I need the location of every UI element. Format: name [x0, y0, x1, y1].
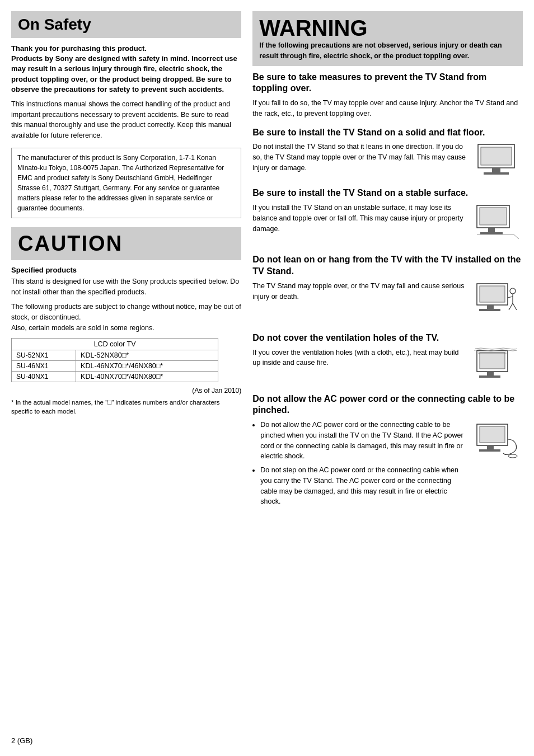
footnote: * In the actual model names, the "□" ind…: [11, 398, 241, 416]
section-ventilation: Do not cover the ventilation holes of th…: [252, 332, 523, 386]
svg-line-17: [509, 303, 513, 310]
intro-bold-text: Thank you for purchasing this product. P…: [11, 44, 241, 95]
section-topple-title: Be sure to take measures to prevent the …: [252, 72, 523, 95]
section-solid-floor: Be sure to install the TV Stand on a sol…: [252, 127, 523, 180]
svg-rect-24: [487, 372, 494, 375]
tv-power-cord-svg: [472, 420, 520, 462]
svg-point-14: [510, 288, 516, 294]
warning-header: WARNING If the following precautions are…: [252, 11, 523, 66]
tv-stand-stable-image: [472, 203, 523, 246]
svg-rect-5: [480, 208, 507, 225]
svg-line-18: [513, 303, 517, 310]
svg-rect-28: [487, 445, 494, 449]
tv-stand-stable-svg: [472, 203, 520, 245]
svg-rect-29: [479, 449, 500, 452]
section-topple: Be sure to take measures to prevent the …: [252, 72, 523, 119]
section-solid-floor-text: Do not install the TV Stand so that it l…: [252, 142, 468, 173]
tv-stand-flat-image: [472, 142, 523, 180]
table-row: SU-40NX1 KDL-40NX70□*/40NX80□*: [12, 371, 218, 382]
svg-line-9: [514, 234, 519, 239]
manufacturer-text: The manufacturer of this product is Sony…: [17, 154, 224, 212]
page-number: 2 (GB): [11, 736, 32, 745]
table-tv-1: KDL-52NX80□*: [76, 350, 218, 360]
svg-line-16: [508, 297, 513, 298]
tv-lean-image: [472, 281, 523, 325]
section-ventilation-content: If you cover the ventilation holes (with…: [252, 348, 523, 386]
warning-title: WARNING: [259, 16, 516, 40]
svg-rect-7: [480, 232, 503, 234]
section-stable-text: If you install the TV Stand on an unstab…: [252, 203, 468, 234]
section-lean-content: The TV Stand may topple over, or the TV …: [252, 281, 523, 325]
caution-title: CAUTION: [18, 232, 235, 256]
svg-rect-12: [487, 305, 494, 309]
table-date: (As of Jan 2010): [11, 387, 241, 395]
bullet-1: Do not allow the AC power cord or the co…: [260, 420, 468, 462]
table-model-3: SU-40NX1: [12, 371, 76, 382]
section-stable: Be sure to install the TV Stand on a sta…: [252, 187, 523, 246]
section-topple-text: If you fail to do so, the TV may topple …: [252, 98, 523, 119]
table-tv-3: KDL-40NX70□*/40NX80□*: [76, 371, 218, 382]
caution-para2: The following products are subject to ch…: [11, 302, 241, 333]
intro-text: This instructions manual shows the corre…: [11, 99, 241, 141]
section-stable-title: Be sure to install the TV Stand on a sta…: [252, 187, 523, 199]
table-header: LCD color TV: [12, 338, 218, 350]
svg-rect-20: [480, 353, 505, 369]
svg-rect-27: [480, 426, 505, 443]
tv-stand-flat-svg: [472, 142, 520, 178]
table-tv-2: KDL-46NX70□*/46NX80□*: [76, 360, 218, 371]
table-row: SU-52NX1 KDL-52NX80□*: [12, 350, 218, 360]
tv-lean-svg: [472, 281, 520, 323]
warning-subtitle: If the following precautions are not obs…: [259, 40, 516, 62]
section-lean-text: The TV Stand may topple over, or the TV …: [252, 281, 468, 302]
svg-rect-11: [480, 286, 505, 302]
svg-rect-1: [481, 147, 512, 165]
svg-point-30: [508, 454, 517, 458]
svg-rect-13: [479, 309, 500, 311]
svg-rect-3: [484, 172, 509, 175]
svg-rect-25: [479, 375, 500, 378]
on-safety-header: On Safety: [11, 11, 241, 38]
section-power-cord-title: Do not allow the AC power cord or the co…: [252, 393, 523, 417]
caution-header: CAUTION: [11, 227, 241, 260]
section-solid-floor-content: Do not install the TV Stand so that it l…: [252, 142, 523, 180]
table-model-1: SU-52NX1: [12, 350, 76, 360]
left-column: On Safety Thank you for purchasing this …: [11, 11, 241, 518]
power-cord-bullets: Do not allow the AC power cord or the co…: [252, 420, 468, 510]
tv-ventilation-image: [472, 348, 523, 386]
specified-products-title: Specified products: [11, 266, 241, 274]
section-stable-content: If you install the TV Stand on an unstab…: [252, 203, 523, 246]
svg-rect-6: [488, 228, 495, 232]
section-ventilation-text: If you cover the ventilation holes (with…: [252, 348, 468, 369]
bullet-2: Do not step on the AC power cord or the …: [260, 465, 468, 507]
manufacturer-box: The manufacturer of this product is Sony…: [11, 148, 241, 218]
svg-rect-2: [492, 168, 500, 172]
table-model-2: SU-46NX1: [12, 360, 76, 371]
caution-para1: This stand is designed for use with the …: [11, 276, 241, 298]
product-table: LCD color TV SU-52NX1 KDL-52NX80□* SU-46…: [11, 338, 218, 382]
section-power-cord-content: Do not allow the AC power cord or the co…: [252, 420, 523, 510]
section-solid-floor-title: Be sure to install the TV Stand on a sol…: [252, 127, 523, 139]
section-lean-title: Do not lean on or hang from the TV with …: [252, 254, 523, 278]
on-safety-title: On Safety: [18, 16, 235, 34]
right-column: WARNING If the following precautions are…: [252, 11, 523, 518]
tv-ventilation-svg: [472, 348, 520, 384]
tv-power-cord-image: [472, 420, 523, 463]
table-row: SU-46NX1 KDL-46NX70□*/46NX80□*: [12, 360, 218, 371]
section-power-cord: Do not allow the AC power cord or the co…: [252, 393, 523, 511]
page-container: On Safety Thank you for purchasing this …: [11, 11, 523, 518]
section-lean: Do not lean on or hang from the TV with …: [252, 254, 523, 325]
section-ventilation-title: Do not cover the ventilation holes of th…: [252, 332, 523, 344]
